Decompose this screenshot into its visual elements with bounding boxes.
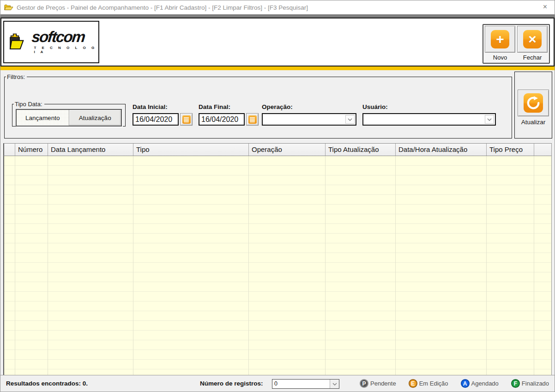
header-actions: + Novo × Fechar — [483, 24, 550, 64]
toggle-lancamento[interactable]: Lançamento — [17, 110, 69, 126]
records-count-label: Número de registros: — [200, 380, 263, 387]
grid-header-data-hora-atualizacao[interactable]: Data/Hora Atualização — [396, 144, 487, 156]
filtros-groupbox: Filtros: Tipo Data: Lançamento Atualizaç… — [4, 73, 512, 139]
grid-col-line — [4, 156, 15, 375]
data-inicial-label: Data Inicial: — [133, 103, 193, 110]
fechar-button-label: Fechar — [517, 54, 548, 61]
data-final-field: Data Final: — [199, 103, 259, 126]
chevron-down-icon — [485, 115, 494, 124]
usuario-dropdown[interactable] — [362, 113, 496, 126]
status-legend: P Pendente E Em Edição A Agendado F Fina… — [360, 379, 549, 388]
titlebar-shadow — [0, 14, 555, 18]
filtros-label: Filtros: — [6, 73, 27, 80]
tipo-data-groupbox: Tipo Data: Lançamento Atualização — [12, 101, 126, 127]
grid-col-line — [396, 156, 487, 375]
grid-header-tipo-preco[interactable]: Tipo Preço — [487, 144, 534, 156]
legend-pendente: P Pendente — [360, 379, 396, 388]
logo-folder-icon — [8, 30, 30, 54]
atualizar-button-label: Atualizar — [515, 119, 552, 126]
softcom-logo: softcom T E C N O L O G I A — [3, 21, 99, 63]
operacao-field: Operação: — [262, 103, 356, 126]
results-grid: Número Data Lançamento Tipo Operação Tip… — [3, 143, 552, 375]
plus-icon: + — [491, 30, 509, 48]
novo-button-label: Novo — [485, 54, 515, 61]
legend-label: Em Edição — [419, 380, 448, 387]
grid-body[interactable] — [3, 156, 552, 375]
operacao-dropdown[interactable] — [262, 113, 356, 126]
records-count-value: 0 — [272, 380, 339, 388]
tipo-data-toggle: Lançamento Atualização — [16, 109, 122, 127]
legend-agendado: A Agendado — [461, 379, 499, 388]
grid-col-line — [326, 156, 396, 375]
data-inicial-field: Data Inicial: — [133, 103, 193, 126]
grid-header-spacer — [534, 144, 551, 156]
statusbar: Resultados encontrados: 0. Número de reg… — [0, 375, 555, 392]
agendado-status-icon: A — [461, 379, 470, 388]
filter-region: Filtros: Tipo Data: Lançamento Atualizaç… — [0, 70, 555, 143]
atualizar-button[interactable] — [518, 90, 549, 116]
grid-col-line — [249, 156, 326, 375]
grid-header-operacao[interactable]: Operação — [249, 144, 326, 156]
chevron-down-icon — [345, 115, 355, 124]
em-edicao-status-icon: E — [409, 379, 417, 388]
grid-header-tipo-atualizacao[interactable]: Tipo Atualização — [326, 144, 396, 156]
calendar-icon — [182, 115, 191, 124]
grid-header-row: Número Data Lançamento Tipo Operação Tip… — [3, 143, 552, 156]
grid-header-tipo[interactable]: Tipo — [133, 144, 249, 156]
grid-col-line — [487, 156, 534, 375]
grid-col-line — [534, 156, 551, 375]
window-title: Gestor de Preços - Painel de Acompanhame… — [17, 4, 308, 11]
results-count-text: Resultados encontrados: 0. — [6, 380, 88, 387]
chevron-down-icon — [330, 380, 339, 388]
accent-bar — [0, 66, 555, 70]
records-count-dropdown[interactable]: 0 — [272, 379, 339, 389]
grid-header-data-lancamento[interactable]: Data Lançamento — [48, 144, 133, 156]
data-final-calendar-button[interactable] — [246, 113, 259, 126]
finalizado-status-icon: F — [511, 379, 520, 388]
toggle-atualizacao[interactable]: Atualização — [69, 110, 121, 126]
fechar-button[interactable]: × — [517, 26, 548, 53]
header-panel: softcom T E C N O L O G I A + Novo × Fec… — [0, 18, 555, 66]
grid-col-line — [15, 156, 48, 375]
close-icon: × — [523, 30, 542, 48]
app-window: Gestor de Preços - Painel de Acompanhame… — [0, 0, 555, 392]
grid-header-rowselector — [4, 144, 15, 156]
operacao-label: Operação: — [262, 103, 356, 110]
calendar-icon — [248, 115, 257, 124]
legend-label: Finalizado — [522, 380, 549, 387]
window-close-icon[interactable]: × — [543, 3, 547, 11]
titlebar: Gestor de Preços - Painel de Acompanhame… — [0, 0, 555, 14]
legend-label: Agendado — [471, 380, 499, 387]
usuario-label: Usuário: — [362, 103, 496, 110]
grid-header-numero[interactable]: Número — [15, 144, 48, 156]
brand-name: softcom — [31, 30, 99, 44]
data-final-input[interactable] — [199, 113, 245, 126]
data-inicial-calendar-button[interactable] — [180, 113, 193, 126]
tipo-data-label: Tipo Data: — [14, 101, 44, 108]
brand-tagline: T E C N O L O G I A — [34, 46, 98, 54]
novo-button[interactable]: + — [485, 26, 515, 53]
legend-label: Pendente — [370, 380, 396, 387]
grid-col-line — [133, 156, 249, 375]
pendente-status-icon: P — [360, 379, 368, 388]
usuario-field: Usuário: — [362, 103, 496, 126]
data-final-label: Data Final: — [199, 103, 259, 110]
grid-col-line — [48, 156, 133, 375]
refresh-icon — [524, 93, 543, 113]
legend-finalizado: F Finalizado — [511, 379, 549, 388]
folder-icon — [4, 4, 13, 11]
atualizar-panel: Atualizar — [514, 72, 552, 139]
legend-em-edicao: E Em Edição — [409, 379, 448, 388]
data-inicial-input[interactable] — [133, 113, 179, 126]
